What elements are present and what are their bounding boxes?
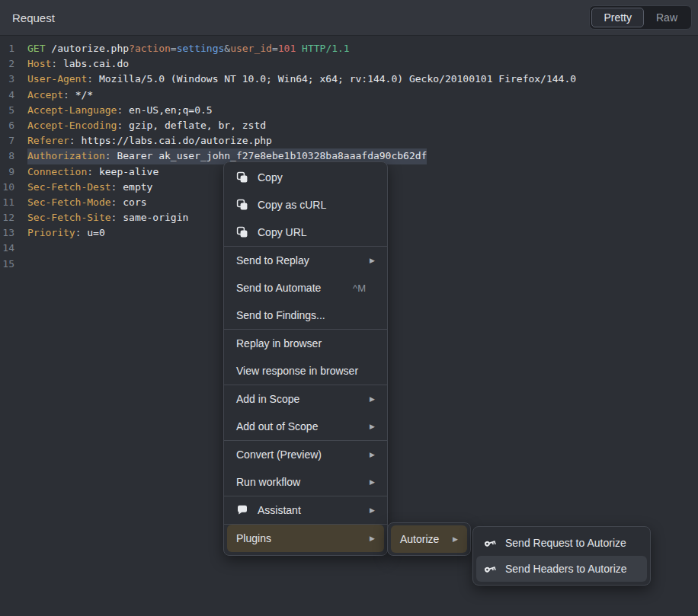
token-colon: : [117,120,129,131]
submenu-arrow-icon: ▶ [453,535,461,543]
token-hname: Accept-Language [27,104,117,116]
token-hname: Sec-Fetch-Mode [27,196,111,208]
token-colon: : [75,227,88,238]
token-hvalue: gzip, deflate, br, zstd [129,120,266,131]
copy-icon [236,199,248,211]
menu-item-add-out-of-scope[interactable]: Add out of Scope▶ [227,413,384,440]
line-number: 12 [0,210,14,225]
token-plain [296,43,302,54]
token-hname: Sec-Fetch-Site [27,212,111,223]
token-colon: : [105,150,117,161]
token-hvalue: https://labs.cai.do/autorize.php [81,135,271,146]
line-text: GET /autorize.php?action=settings&user_i… [27,41,350,56]
line-number: 11 [0,195,14,210]
line-number: 10 [0,180,14,195]
request-panel-header: Request Pretty Raw [0,0,698,36]
autorize-submenu: Send Request to AutorizeSend Headers to … [472,526,651,586]
menu-item-convert-preview[interactable]: Convert (Preview)▶ [227,441,384,468]
code-line[interactable]: 3User-Agent: Mozilla/5.0 (Windows NT 10.… [0,72,698,87]
token-hvalue: labs.cai.do [63,58,129,69]
line-number: 5 [0,103,14,118]
menu-item-label: Add in Scope [236,393,299,405]
token-colon: : [87,73,99,85]
token-colon: : [63,89,75,101]
token-hname: Accept-Encoding [27,120,117,131]
token-hname: Referer [27,135,69,146]
menu-item-assistant[interactable]: Assistant▶ [227,496,384,524]
submenu-arrow-icon: ▶ [370,257,378,264]
key-icon [484,563,496,575]
line-number: 6 [0,118,14,133]
menu-item-label: View response in browser [236,365,358,377]
token-colon: : [111,196,123,208]
menu-item-view-response-in-browser[interactable]: View response in browser [227,357,384,385]
line-number: 4 [0,88,14,103]
line-number: 7 [0,133,14,148]
line-number: 8 [0,148,14,164]
code-line[interactable]: 6Accept-Encoding: gzip, deflate, br, zst… [0,118,698,133]
token-hname: User-Agent [27,73,87,85]
menu-item-send-request-to-autorize[interactable]: Send Request to Autorize [476,530,647,556]
menu-item-label: Convert (Preview) [236,448,322,461]
token-hname: Authorization [27,150,105,161]
menu-item-send-to-replay[interactable]: Send to Replay▶ [227,247,384,274]
line-number: 3 [0,72,14,87]
code-line[interactable]: 5Accept-Language: en-US,en;q=0.5 [0,103,698,118]
line-text: Sec-Fetch-Mode: cors [27,195,147,210]
line-text: Host: labs.cai.do [27,56,129,72]
menu-item-plugins[interactable]: Plugins▶ [227,525,384,552]
tab-pretty[interactable]: Pretty [591,8,644,27]
menu-item-label: Copy [258,171,283,184]
submenu-arrow-icon: ▶ [370,423,378,430]
menu-item-label: Copy URL [258,226,307,238]
line-number: 13 [0,225,14,241]
code-line[interactable]: 4Accept: */* [0,88,698,103]
token-hvalue: keep-alive [99,166,158,177]
menu-item-send-to-findings[interactable]: Send to Findings... [227,302,384,329]
tab-raw[interactable]: Raw [644,8,690,27]
menu-item-run-workflow[interactable]: Run workflow▶ [227,468,384,496]
view-mode-switch: Pretty Raw [589,5,692,30]
token-hname: Host [27,58,51,69]
token-hname: Sec-Fetch-Dest [27,181,111,193]
line-number: 1 [0,41,14,56]
line-number: 14 [0,241,14,256]
code-line[interactable]: 7Referer: https://labs.cai.do/autorize.p… [0,133,698,148]
line-text: Priority: u=0 [27,225,105,241]
chat-icon [236,504,248,516]
menu-item-autorize[interactable]: Autorize▶ [391,525,467,553]
menu-item-label: Send to Replay [236,254,309,267]
menu-item-replay-in-browser[interactable]: Replay in browser [227,330,384,357]
token-op: = [171,43,177,54]
token-hvalue: Mozilla/5.0 (Windows NT 10.0; Win64; x64… [99,73,576,85]
line-text: Connection: keep-alive [27,164,158,180]
menu-item-copy-as-curl[interactable]: Copy as cURL [227,191,384,219]
menu-item-copy-url[interactable]: Copy URL [227,219,384,246]
panel-title: Request [12,11,55,24]
menu-item-label: Send Request to Autorize [505,537,626,549]
plugins-submenu: Autorize▶ [387,522,471,556]
token-hname: Connection [27,166,87,177]
token-hname: Accept [27,89,63,101]
menu-item-add-in-scope[interactable]: Add in Scope▶ [227,385,384,413]
menu-item-label: Plugins [236,532,271,544]
token-op: & [224,43,230,54]
line-text: Accept-Encoding: gzip, deflate, br, zstd [27,118,266,133]
menu-item-send-to-automate[interactable]: Send to Automate^M [227,274,384,302]
line-text: Sec-Fetch-Site: same-origin [27,210,188,225]
token-param: action [135,43,171,54]
menu-item-label: Send to Automate [236,282,321,294]
code-line[interactable]: 2Host: labs.cai.do [0,56,698,72]
menu-item-label: Replay in browser [236,337,322,349]
submenu-arrow-icon: ▶ [370,535,378,542]
menu-item-label: Copy as cURL [258,199,326,211]
code-line[interactable]: 1GET /autorize.php?action=settings&user_… [0,41,698,56]
menu-item-label: Run workflow [236,476,300,488]
token-num: 101 [278,43,296,54]
token-hvalue: empty [123,181,152,193]
menu-item-label: Assistant [258,504,301,516]
token-op: = [272,43,278,54]
menu-item-copy[interactable]: Copy [227,164,384,191]
menu-item-send-headers-to-autorize[interactable]: Send Headers to Autorize [476,556,647,582]
token-qmark: ? [129,43,135,54]
